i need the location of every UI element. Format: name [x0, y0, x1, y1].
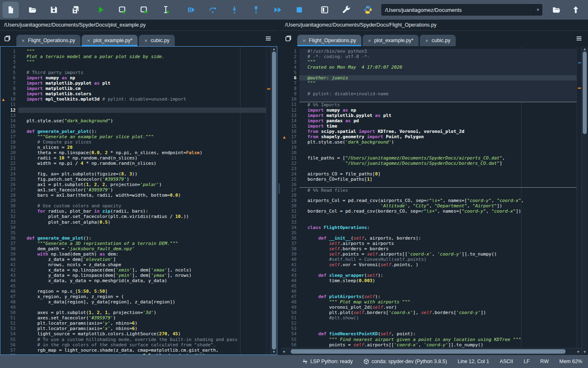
code-line[interactable]: bars = ax1.bar(theta, radii, width=width…: [18, 193, 266, 198]
code-line[interactable]: x_region, y_region, z_region = (: [18, 294, 266, 299]
line-number[interactable]: 24: [281, 171, 299, 177]
run-cell-advance-button[interactable]: [136, 2, 152, 18]
line-number[interactable]: 16: [0, 129, 18, 134]
line-number[interactable]: 11: [281, 102, 299, 107]
code-line[interactable]: #self.hull = ConvexHull(self.points): [299, 257, 577, 262]
line-number[interactable]: 25: [0, 177, 18, 182]
vertical-scrollbar[interactable]: ▲ ▼: [581, 47, 588, 355]
scroll-up-arrow[interactable]: ▲: [582, 47, 588, 52]
code-line[interactable]: [18, 108, 266, 113]
line-number[interactable]: 13: [281, 113, 299, 118]
code-line[interactable]: [18, 123, 266, 129]
run-cell-button[interactable]: [114, 2, 131, 18]
code-line[interactable]: #plt.show(): [299, 315, 577, 321]
code-area[interactable]: """Plot a terrain model and a polar plot…: [18, 47, 266, 355]
line-number[interactable]: 6: [0, 75, 18, 81]
code-line[interactable]: """ Plot map with airports """: [299, 299, 577, 305]
line-number[interactable]: 12: [0, 108, 18, 113]
line-number[interactable]: 18: [281, 139, 299, 145]
code-line[interactable]: [299, 150, 577, 155]
code-line[interactable]: [299, 220, 577, 225]
line-number[interactable]: 4: [0, 65, 18, 70]
line-number[interactable]: 31: [0, 209, 18, 214]
line-number[interactable]: 20: [281, 150, 299, 155]
line-number[interactable]: 18: [0, 139, 18, 145]
code-line[interactable]: self.points = self.airports[['coord-x', …: [299, 251, 577, 257]
code-line[interactable]: [299, 86, 577, 91]
code-line[interactable]: def findNearestPointKD(self, point):: [299, 331, 577, 337]
line-number[interactable]: 22: [0, 161, 18, 166]
scroll-flag-marker[interactable]: [267, 88, 270, 90]
code-line[interactable]: [299, 289, 577, 294]
line-number[interactable]: 45: [281, 283, 299, 289]
close-tab-icon[interactable]: ×: [425, 38, 428, 43]
code-line[interactable]: def sleep_wrapper(self):: [299, 273, 577, 278]
code-line[interactable]: [299, 230, 577, 236]
code-line[interactable]: axes.set_facecolor('#395979'): [18, 315, 266, 321]
code-line[interactable]: #!/usr/bin/env python3: [299, 49, 577, 54]
line-number[interactable]: 53: [281, 326, 299, 331]
code-line[interactable]: plt.style.use('dark_background'): [299, 139, 577, 145]
line-number[interactable]: 55: [0, 337, 18, 342]
line-number[interactable]: 27: [281, 187, 299, 193]
code-line[interactable]: from shapely.geometry import Point, Poly…: [299, 134, 577, 139]
code-line[interactable]: def __init__(self, airports, borders):: [299, 236, 577, 241]
code-line[interactable]: import mpl_toolkits.mplot3d # pylint: di…: [18, 96, 266, 102]
code-line[interactable]: [18, 305, 266, 310]
working-directory-dropdown[interactable]: ▼: [534, 4, 542, 15]
code-line[interactable]: # Third party imports: [18, 70, 266, 75]
code-line[interactable]: import numpy as np: [299, 108, 577, 113]
scrollbar-thumb[interactable]: [583, 52, 587, 134]
save-button[interactable]: [46, 2, 62, 18]
line-number[interactable]: 7: [281, 81, 299, 86]
code-line[interactable]: [18, 198, 266, 203]
code-line[interactable]: # -*- coding: utf-8 -*-: [299, 54, 577, 59]
line-number[interactable]: 39: [281, 251, 299, 257]
line-number[interactable]: 21: [281, 155, 299, 161]
code-line[interactable]: # To use a custom hillshading mode, over…: [18, 337, 266, 342]
line-number[interactable]: 1: [281, 49, 299, 54]
line-number[interactable]: 32: [281, 214, 299, 219]
code-line[interactable]: [299, 193, 577, 198]
code-line[interactable]: @author: juanis: [299, 75, 577, 81]
code-line[interactable]: [18, 230, 266, 236]
line-number[interactable]: 15: [0, 123, 18, 129]
code-line[interactable]: plot_bar.set_facecolor(plt.cm.viridis(ra…: [18, 214, 266, 219]
line-number[interactable]: 43: [0, 273, 18, 278]
line-number[interactable]: 33: [0, 220, 18, 225]
line-number[interactable]: 44: [281, 278, 299, 283]
step-over-button[interactable]: [205, 2, 221, 18]
step-into-button[interactable]: [226, 2, 243, 18]
browse-directory-button[interactable]: [548, 2, 564, 18]
line-number[interactable]: 20: [0, 150, 18, 155]
line-number[interactable]: 49: [281, 305, 299, 310]
code-line[interactable]: """: [18, 49, 266, 54]
editor-tab[interactable]: ×Flight_Operations.py: [16, 35, 80, 46]
line-number[interactable]: 19: [281, 145, 299, 150]
code-line[interactable]: rgb_map = light_source.shade(z_data, cma…: [18, 348, 266, 353]
code-editor[interactable]: 12345678910111213141516▲1718192021222324…: [281, 46, 588, 355]
code-line[interactable]: z_data = dem['elevation']: [18, 257, 266, 262]
python-path-manager-button[interactable]: [360, 2, 376, 18]
code-line[interactable]: import pandas as pd: [299, 118, 577, 123]
code-line[interactable]: # Compute pie slices: [18, 139, 266, 145]
close-tab-icon[interactable]: ×: [22, 38, 25, 43]
run-file-button[interactable]: [93, 2, 109, 18]
line-number[interactable]: 13: [0, 113, 18, 118]
scroll-up-arrow[interactable]: ▲: [271, 47, 277, 52]
line-number[interactable]: 27: [0, 187, 18, 193]
line-number[interactable]: 48: [0, 299, 18, 305]
code-line[interactable]: # in the rgb colors of the shaded surfac…: [18, 342, 266, 348]
line-number[interactable]: 47: [281, 294, 299, 299]
code-line[interactable]: airports_Col = pd.read_csv(airports_CO, …: [299, 198, 577, 203]
code-line[interactable]: [299, 70, 577, 75]
code-line[interactable]: import matplotlib.pyplot as plt: [18, 81, 266, 86]
code-line[interactable]: [299, 321, 577, 326]
preferences-button[interactable]: [338, 2, 354, 18]
line-number[interactable]: ▲10: [0, 96, 18, 102]
code-line[interactable]: plt.locator_params(axis='x', nbins=6): [18, 326, 266, 331]
code-line[interactable]: [299, 96, 577, 102]
line-number[interactable]: 6: [281, 75, 299, 81]
line-number[interactable]: 28: [0, 193, 18, 198]
maximize-pane-button[interactable]: [316, 2, 333, 18]
